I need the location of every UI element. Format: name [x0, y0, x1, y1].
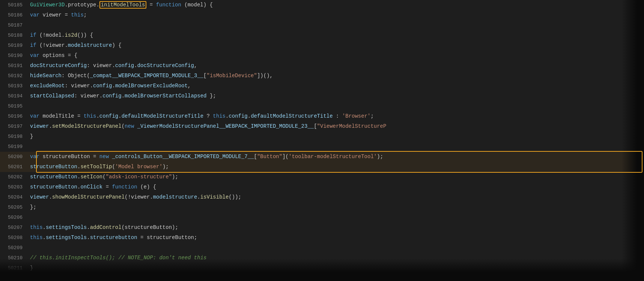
code-line: 50194 startCollapsed: viewer.config.mode…	[0, 91, 644, 101]
code-content: if (!viewer.modelstructure) {	[30, 40, 644, 50]
code-line: 50204 viewer.showModelStructurePanel(!vi…	[0, 192, 644, 202]
code-content	[30, 212, 644, 222]
line-number: 50190	[0, 51, 30, 61]
code-line: 50209	[0, 243, 644, 253]
code-line: 50188 if (!model.is2d()) {	[0, 30, 644, 40]
line-number: 50205	[0, 203, 30, 212]
line-number: 50198	[0, 132, 30, 142]
code-content: this.settingsTools.addControl(structureB…	[30, 223, 644, 232]
code-line: 50187	[0, 20, 644, 30]
line-number: 50210	[0, 253, 30, 263]
line-number: 50208	[0, 233, 30, 243]
code-line: 50201 structureButton.setToolTip('Model …	[0, 162, 644, 172]
code-line: 50192 hideSearch: Object(_compat__WEBPAC…	[0, 71, 644, 81]
code-content: var options = {	[30, 51, 644, 60]
code-line: 50208 this.settingsTools.structurebutton…	[0, 233, 644, 243]
line-number: 50191	[0, 61, 30, 71]
code-line: 50197 viewer.setModelStructurePanel(new …	[0, 121, 644, 132]
code-line: 50195	[0, 101, 644, 111]
code-line: 50186 var viewer = this;	[0, 10, 644, 20]
code-content: startCollapsed: viewer.config.modelBrows…	[30, 91, 644, 101]
code-content: hideSearch: Object(_compat__WEBPACK_IMPO…	[30, 71, 644, 81]
code-content: if (!model.is2d()) {	[30, 30, 644, 40]
code-content: }	[30, 263, 644, 273]
code-content: excludeRoot: viewer.config.modelBrowserE…	[30, 81, 644, 91]
line-number: 50185	[0, 0, 30, 10]
line-number: 50200	[0, 152, 30, 162]
line-number: 50192	[0, 71, 30, 81]
code-line: 50205 };	[0, 202, 644, 212]
line-number: 50193	[0, 81, 30, 91]
code-content: var viewer = this;	[30, 10, 644, 20]
code-line: 50196 var modelTitle = this.config.defau…	[0, 111, 644, 121]
code-line: 50203 structureButton.onClick = function…	[0, 182, 644, 192]
line-number: 50203	[0, 182, 30, 192]
line-number: 50186	[0, 10, 30, 20]
line-number: 50189	[0, 41, 30, 51]
code-content: var structureButton = new _controls_Butt…	[30, 152, 644, 161]
code-line: 50200 var structureButton = new _control…	[0, 152, 644, 162]
line-number: 50207	[0, 223, 30, 233]
line-number: 50194	[0, 91, 30, 101]
code-line: 50189 if (!viewer.modelstructure) {	[0, 40, 644, 51]
code-line: 50198 }	[0, 132, 644, 142]
code-content: viewer.setModelStructurePanel(new _Viewe…	[30, 121, 644, 131]
line-number: 50201	[0, 162, 30, 172]
code-line: 50193 excludeRoot: viewer.config.modelBr…	[0, 81, 644, 91]
code-line: 50191 docStructureConfig: viewer.config.…	[0, 61, 644, 71]
code-content: structureButton.setToolTip('Model browse…	[30, 162, 644, 172]
line-number: 50211	[0, 263, 30, 273]
line-number: 50196	[0, 112, 30, 121]
code-line: 50207 this.settingsTools.addControl(stru…	[0, 223, 644, 233]
line-number: 50195	[0, 102, 30, 111]
code-line: 50190 var options = {	[0, 51, 644, 61]
code-line: 50202 structureButton.setIcon("adsk-icon…	[0, 172, 644, 182]
code-content: viewer.showModelStructurePanel(!viewer.m…	[30, 192, 644, 202]
code-line: 50210 // this.initInspectTools(); // NOT…	[0, 253, 644, 263]
code-content: structureButton.setIcon("adsk-icon-struc…	[30, 172, 644, 182]
code-content: }	[30, 132, 644, 141]
code-content	[30, 20, 644, 30]
code-content: var modelTitle = this.config.defaultMode…	[30, 111, 644, 121]
line-number: 50197	[0, 122, 30, 132]
code-line: 50206	[0, 212, 644, 223]
code-content: GuiViewer3D.prototype.initModelTools = f…	[30, 0, 644, 10]
code-editor: 50185GuiViewer3D.prototype.initModelTool…	[0, 0, 644, 281]
code-content: // this.initInspectTools(); // NOTE_NOP:…	[30, 253, 644, 263]
code-content: };	[30, 202, 644, 212]
line-number: 50206	[0, 213, 30, 223]
code-content: docStructureConfig: viewer.config.docStr…	[30, 61, 644, 70]
code-line: 50185GuiViewer3D.prototype.initModelTool…	[0, 0, 644, 10]
line-number: 50187	[0, 21, 30, 30]
code-content	[30, 101, 644, 111]
line-number: 50202	[0, 172, 30, 182]
code-content	[30, 243, 644, 253]
code-line: 50211 }	[0, 263, 644, 273]
line-number: 50209	[0, 243, 30, 253]
line-number: 50188	[0, 31, 30, 40]
code-line: 50199	[0, 142, 644, 152]
line-number: 50204	[0, 193, 30, 202]
code-content: structureButton.onClick = function (e) {	[30, 182, 644, 192]
code-content	[30, 142, 644, 151]
code-content: this.settingsTools.structurebutton = str…	[30, 233, 644, 242]
line-number: 50199	[0, 142, 30, 152]
